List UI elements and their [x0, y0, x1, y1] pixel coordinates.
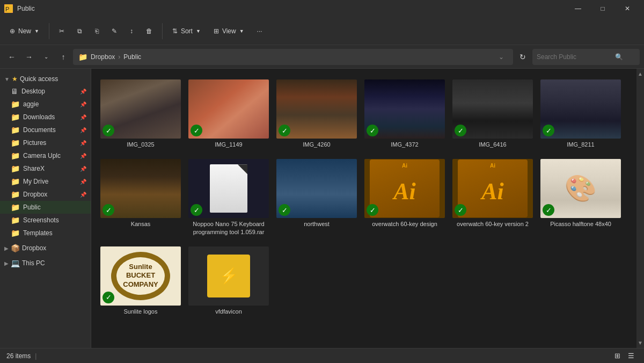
file-item[interactable]: Ai Ai ✓ overwatch 60-key version 2 — [450, 155, 536, 240]
quick-access-group[interactable]: ▼ ★ Quick access — [0, 73, 91, 85]
sidebar-item-my-drive[interactable]: 📁 My Drive 📌 — [0, 175, 91, 188]
view-label: View — [222, 27, 236, 35]
file-item[interactable]: ✓ Noppoo Nano 75 Keyboard programming to… — [186, 155, 272, 240]
sort-button[interactable]: ⇅ Sort ▼ — [167, 24, 206, 38]
camera-label: Camera Uplc — [23, 152, 61, 159]
quick-access-label: Quick access — [20, 75, 58, 83]
more-button[interactable]: ··· — [252, 24, 268, 38]
dropbox-section-label: Dropbox — [22, 244, 46, 252]
sidebar: ▼ ★ Quick access 🖥 Desktop 📌 📁 aggie 📌 📁… — [0, 69, 91, 348]
maximize-button[interactable]: □ — [590, 0, 615, 17]
sunlite-text: SunliteBUCKETCOMPANY — [123, 263, 158, 290]
delete-button[interactable]: 🗑 — [141, 24, 158, 38]
close-button[interactable]: ✕ — [615, 0, 640, 17]
file-item[interactable]: ✓ IMG_8211 — [538, 75, 624, 153]
aggie-label: aggie — [23, 100, 39, 108]
documents-label: Documents — [23, 126, 56, 134]
move-button[interactable]: ↕ — [125, 24, 138, 38]
sidebar-item-screenshots[interactable]: 📁 Screenshots — [0, 214, 91, 227]
view-button[interactable]: ⊞ View ▼ — [208, 24, 250, 38]
thumbnail: SunliteBUCKETCOMPANY ✓ — [100, 246, 181, 306]
check-badge: ✓ — [543, 125, 554, 136]
file-item[interactable]: ✓ IMG_4260 — [274, 75, 360, 153]
minimize-button[interactable]: — — [566, 0, 590, 17]
scroll-down-icon[interactable]: ▼ — [636, 339, 644, 347]
sharex-folder-icon: 📁 — [11, 164, 20, 173]
file-item[interactable]: ✓ Kansas — [98, 155, 184, 240]
rename-button[interactable]: ✎ — [106, 24, 122, 38]
sidebar-item-camera-uplc[interactable]: 📁 Camera Uplc 📌 — [0, 149, 91, 162]
file-item[interactable]: ✓ IMG_6416 — [450, 75, 536, 153]
scroll-up-icon[interactable]: ▲ — [636, 70, 644, 78]
thispc-group[interactable]: ▶ 💻 This PC — [0, 257, 91, 270]
aggie-folder-icon: 📁 — [11, 100, 20, 108]
sidebar-item-downloads[interactable]: 📁 Downloads 📌 — [0, 111, 91, 124]
cut-button[interactable]: ✂ — [54, 24, 70, 38]
dropbox-section: ▶ 📦 Dropbox — [0, 242, 91, 255]
file-content: ✓ IMG_0325 ✓ IMG_1149 ✓ — [91, 69, 636, 348]
file-item[interactable]: ✓ IMG_4372 — [362, 75, 448, 153]
sidebar-item-aggie[interactable]: 📁 aggie 📌 — [0, 98, 91, 111]
dropbox-section-icon: 📦 — [11, 244, 20, 252]
sharex-pin: 📌 — [80, 166, 86, 172]
delete-icon: 🗑 — [146, 27, 152, 35]
search-box: 🔍 — [532, 49, 640, 65]
file-item[interactable]: ✓ northwest — [274, 155, 360, 240]
dropbox-label: Dropbox — [23, 191, 47, 198]
new-icon: ⊕ — [10, 27, 15, 35]
desktop-folder-icon: 🖥 — [11, 87, 18, 96]
grid-view-button[interactable]: ⊞ — [611, 350, 624, 362]
quick-access-section: ▼ ★ Quick access 🖥 Desktop 📌 📁 aggie 📌 📁… — [0, 73, 91, 239]
svg-text:P: P — [5, 6, 9, 12]
templates-label: Templates — [23, 229, 53, 237]
main-layout: ▼ ★ Quick access 🖥 Desktop 📌 📁 aggie 📌 📁… — [0, 69, 644, 348]
mydrive-pin: 📌 — [80, 179, 86, 185]
copy-icon: ⧉ — [77, 27, 82, 35]
address-path: 📁 Dropbox › Public ⌄ — [73, 49, 513, 65]
refresh-button[interactable]: ↻ — [515, 49, 530, 64]
sort-dropdown-icon: ▼ — [196, 28, 201, 34]
sidebar-item-pictures[interactable]: 📁 Pictures 📌 — [0, 136, 91, 149]
dropbox-group[interactable]: ▶ 📦 Dropbox — [0, 242, 91, 255]
path-public[interactable]: Public — [123, 53, 141, 61]
file-item[interactable]: ✓ IMG_0325 — [98, 75, 184, 153]
sidebar-item-sharex[interactable]: 📁 ShareX 📌 — [0, 162, 91, 175]
sidebar-item-dropbox[interactable]: 📁 Dropbox 📌 — [0, 188, 91, 201]
file-name: IMG_0325 — [127, 141, 154, 148]
file-name: IMG_4372 — [391, 141, 418, 148]
file-item[interactable]: 🎨 ✓ Picasso halftone 48x40 — [538, 155, 624, 240]
scrollbar-right: ▲ ▼ — [636, 69, 644, 348]
file-name: Sunlite logos — [124, 308, 158, 315]
forward-button[interactable]: → — [21, 49, 36, 64]
new-label: New — [18, 27, 31, 35]
sidebar-item-templates[interactable]: 📁 Templates — [0, 227, 91, 239]
titlebar-left: P Public — [4, 4, 35, 13]
file-item[interactable]: ✓ IMG_1149 — [186, 75, 272, 153]
rename-icon: ✎ — [112, 27, 117, 35]
sidebar-item-public[interactable]: 📁 Public — [0, 201, 91, 214]
pictures-label: Pictures — [23, 139, 46, 147]
list-view-button[interactable]: ☰ — [625, 350, 638, 362]
thumbnail: ✓ — [276, 159, 357, 218]
path-dropdown-icon[interactable]: ⌄ — [495, 50, 508, 63]
back-button[interactable]: ← — [4, 49, 19, 64]
file-item[interactable]: ⚡ vfdfavicon — [186, 242, 272, 320]
file-item[interactable]: SunliteBUCKETCOMPANY ✓ Sunlite logos — [98, 242, 184, 320]
paste-button[interactable]: ⎗ — [90, 24, 104, 38]
thumbnail: ✓ — [276, 79, 357, 139]
screenshots-label: Screenshots — [23, 216, 59, 224]
dropdown-button[interactable]: ⌄ — [39, 49, 54, 64]
path-folder-icon: 📁 — [78, 53, 87, 61]
sidebar-item-documents[interactable]: 📁 Documents 📌 — [0, 124, 91, 136]
thispc-label: This PC — [22, 259, 45, 267]
public-label: Public — [23, 204, 41, 211]
up-button[interactable]: ↑ — [56, 49, 71, 64]
search-input[interactable] — [537, 53, 612, 61]
public-folder-icon: 📁 — [11, 203, 20, 212]
sidebar-item-desktop[interactable]: 🖥 Desktop 📌 — [0, 85, 91, 98]
copy-button[interactable]: ⧉ — [72, 24, 87, 38]
thumbnail: Ai Ai ✓ — [452, 159, 533, 218]
new-button[interactable]: ⊕ New ▼ — [4, 24, 45, 38]
path-dropbox[interactable]: Dropbox — [91, 53, 115, 61]
file-item[interactable]: Ai Ai ✓ overwatch 60-key design — [362, 155, 448, 240]
